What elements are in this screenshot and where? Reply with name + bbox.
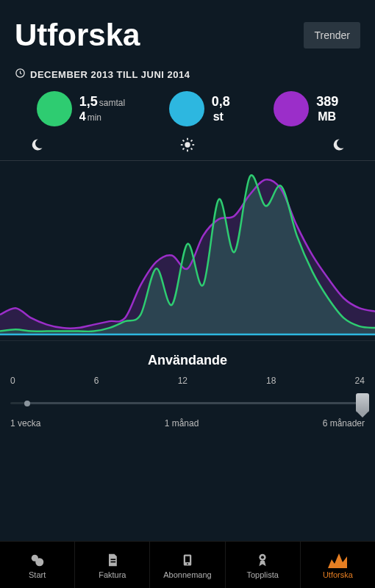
slider-label-left: 1 vecka	[10, 418, 40, 429]
svg-line-6	[182, 140, 184, 141]
moon-icon	[29, 137, 44, 155]
time-range-slider[interactable]	[10, 393, 365, 414]
svg-point-1	[185, 142, 190, 147]
stat-sms-unit: st	[213, 110, 230, 123]
nav-faktura[interactable]: Faktura	[75, 542, 150, 588]
clock-icon	[15, 68, 26, 81]
svg-rect-14	[110, 561, 115, 562]
dot-sms-icon	[169, 91, 204, 126]
stat-data-unit: MB	[318, 110, 338, 123]
nav-faktura-label: Faktura	[99, 570, 126, 579]
nav-utforska[interactable]: Utforska	[301, 542, 375, 588]
page-title: Utforska	[15, 18, 140, 53]
hour-ticks: 0 6 12 18 24	[0, 376, 375, 390]
dot-calls-icon	[37, 91, 72, 126]
stat-calls-mins-unit: min	[88, 112, 101, 123]
stats-row: 1,5samtal 4min 0,8 st 389 MB	[0, 91, 375, 137]
tick-18: 18	[266, 376, 276, 386]
nav-abonnemang[interactable]: Abonnemang	[150, 542, 225, 588]
slider-label-mid: 1 månad	[165, 418, 199, 429]
start-icon	[29, 551, 46, 569]
svg-line-9	[191, 140, 193, 141]
dot-data-icon	[274, 91, 309, 126]
slider-knob-left[interactable]	[24, 401, 30, 406]
stat-data: 389 MB	[274, 91, 338, 126]
nav-topplista[interactable]: Topplista	[226, 542, 301, 588]
stat-data-value: 389	[316, 94, 338, 110]
nav-topplista-label: Topplista	[247, 570, 279, 579]
svg-line-8	[182, 148, 184, 150]
utforska-icon	[328, 551, 347, 569]
stat-calls-mins: 4	[79, 110, 86, 123]
stat-calls-value: 1,5	[79, 94, 98, 109]
tick-24: 24	[355, 376, 365, 386]
stat-sms-value: 0,8	[212, 94, 230, 110]
trends-button[interactable]: Trender	[304, 22, 360, 49]
tick-0: 0	[10, 376, 15, 386]
slider-label-right: 6 månader	[323, 418, 365, 429]
bottom-nav: Start Faktura Abonnemang Topplista Utfor…	[0, 541, 375, 588]
faktura-icon	[105, 551, 120, 569]
sun-icon	[179, 137, 196, 156]
abonnemang-icon	[181, 551, 194, 569]
slider-handle-right[interactable]	[356, 393, 369, 412]
svg-point-12	[35, 558, 43, 566]
nav-start-label: Start	[29, 570, 46, 579]
stat-calls: 1,5samtal 4min	[37, 91, 125, 126]
stat-sms: 0,8 st	[169, 91, 230, 126]
svg-line-7	[191, 148, 193, 150]
svg-rect-13	[110, 559, 115, 560]
stat-calls-unit: samtal	[99, 98, 125, 108]
tick-12: 12	[178, 376, 188, 386]
svg-point-17	[187, 563, 188, 564]
nav-utforska-label: Utforska	[323, 570, 353, 579]
tick-6: 6	[94, 376, 99, 386]
date-range-text: DECEMBER 2013 TILL JUNI 2014	[30, 69, 190, 80]
nav-start[interactable]: Start	[0, 542, 75, 588]
nav-abonnemang-label: Abonnemang	[163, 570, 211, 579]
usage-chart	[0, 160, 375, 341]
svg-point-19	[261, 556, 264, 559]
section-label: Användande	[0, 341, 375, 376]
topplista-icon	[254, 551, 271, 569]
svg-rect-16	[185, 556, 190, 562]
moon-icon	[331, 137, 346, 155]
